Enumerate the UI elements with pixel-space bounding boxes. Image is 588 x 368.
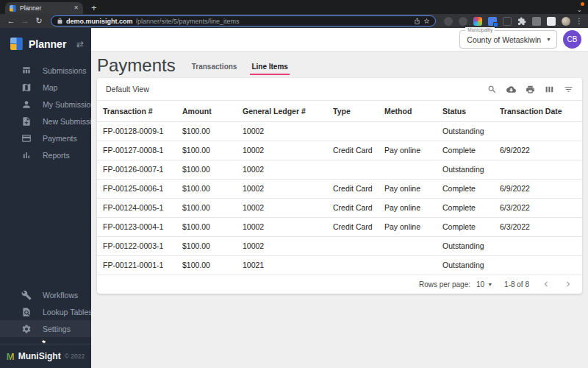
bookmark-star-icon[interactable] [423, 18, 430, 24]
submissions-icon [21, 66, 32, 76]
view-selector[interactable]: Default View [106, 85, 149, 93]
column-header-method[interactable]: Method [379, 101, 437, 121]
table-cell: FP-00123-0004-1 [97, 217, 176, 236]
table-cell [494, 236, 582, 255]
side-panel-icon[interactable] [547, 17, 556, 26]
table-cell: 6/3/2022 [494, 198, 582, 217]
cloud-download-icon[interactable] [506, 85, 516, 94]
table-cell: 10002 [237, 141, 327, 160]
reports-icon [21, 150, 32, 160]
sidebar-item-settings[interactable]: Settings [0, 320, 91, 337]
table-cell: $100.00 [176, 121, 237, 141]
extension-icon-colorwheel[interactable] [473, 17, 482, 26]
sidebar-item-submissions[interactable]: Submissions [0, 62, 91, 79]
table-row[interactable]: FP-00122-0003-1$100.0010002Outstanding [97, 236, 582, 255]
browser-profile-avatar[interactable] [562, 17, 570, 26]
person-icon [21, 99, 32, 110]
chevron-down-icon[interactable]: ⌄ [576, 6, 582, 13]
url-bar[interactable]: demo.munisight.com /planner/site/5/payme… [51, 15, 436, 26]
filter-icon[interactable] [564, 85, 573, 94]
favicon [10, 5, 16, 12]
table-cell [379, 121, 437, 141]
table-cell: Pay online [379, 217, 437, 236]
search-icon[interactable] [487, 85, 497, 94]
next-page-icon[interactable] [563, 279, 573, 289]
sidebar-nav: SubmissionsMapMy SubmissionsNew Submissi… [0, 62, 91, 163]
reload-icon[interactable]: ↻ [33, 17, 45, 25]
table-row[interactable]: FP-00125-0006-1$100.0010002Credit CardPa… [97, 179, 582, 198]
table-cell: 6/9/2022 [494, 179, 582, 198]
browser-menu-icon[interactable]: ⋮ [576, 17, 583, 25]
line-items-table: Transaction #AmountGeneral Ledger #TypeM… [97, 101, 582, 275]
sidebar-item-payments[interactable]: Payments [0, 130, 91, 146]
column-header-status[interactable]: Status [437, 101, 494, 121]
table-cell: 10002 [237, 160, 327, 179]
sidebar-item-label: Payments [43, 134, 77, 143]
sidebar-collapse-icon[interactable]: ⇄ [76, 39, 84, 49]
extension-icon-dim[interactable] [503, 17, 512, 26]
table-cell [494, 255, 582, 275]
table-row[interactable]: FP-00127-0008-1$100.0010002Credit CardPa… [97, 141, 582, 160]
extension-icon-1[interactable] [444, 17, 453, 26]
column-header-general-ledger[interactable]: General Ledger # [237, 101, 327, 121]
url-path: /planner/site/5/payments/line_items [136, 18, 411, 25]
user-avatar[interactable]: CB [563, 30, 581, 49]
extension-icon-3[interactable] [532, 17, 541, 26]
table-cell: Credit Card [327, 179, 379, 198]
sidebar-item-new-submission[interactable]: New Submission [0, 113, 91, 130]
table-cell: Outstanding [437, 255, 494, 275]
columns-icon[interactable] [545, 85, 554, 94]
sidebar-item-reports[interactable]: Reports [0, 146, 91, 163]
table-row[interactable]: FP-00123-0004-1$100.0010002Credit CardPa… [97, 217, 582, 236]
topbar: Municipality County of Wetaskiwin ▼ CB [91, 28, 588, 52]
column-header-transaction-date[interactable]: Transaction Date [494, 101, 582, 121]
share-icon[interactable] [414, 18, 420, 24]
sidebar-footer: M MuniSight © 2022 [0, 344, 91, 368]
munisight-logo: M [7, 351, 15, 362]
tab-line-items[interactable]: Line Items [250, 63, 289, 75]
extension-icon-badged[interactable] [488, 17, 497, 26]
sidebar-item-map[interactable]: Map [0, 79, 91, 96]
table-cell: Outstanding [437, 160, 494, 179]
print-icon[interactable] [526, 85, 535, 94]
sidebar-item-label: My Submissions [43, 100, 98, 109]
sidebar-item-label: Reports [43, 151, 70, 160]
table-row[interactable]: FP-00124-0005-1$100.0010002Credit CardPa… [97, 198, 582, 217]
table-row[interactable]: FP-00126-0007-1$100.0010002Outstanding [97, 160, 582, 179]
table-cell: Credit Card [327, 141, 379, 160]
table-cell: Credit Card [327, 217, 379, 236]
sidebar-item-my-submissions[interactable]: My Submissions [0, 96, 91, 113]
table-cell [379, 255, 437, 275]
browser-tab[interactable]: Planner ✕ [5, 2, 83, 14]
back-icon[interactable]: ← [5, 17, 17, 25]
municipality-label: Municipality [465, 27, 495, 32]
url-host: demo.munisight.com [66, 18, 133, 25]
column-header-transaction[interactable]: Transaction # [97, 101, 176, 121]
tab-transactions[interactable]: Transactions [190, 63, 239, 75]
tab-close-icon[interactable]: ✕ [74, 5, 79, 11]
copyright: © 2022 [65, 353, 85, 360]
tab-title: Planner [20, 4, 70, 12]
table-row[interactable]: FP-00121-0001-1$100.0010021Outstanding [97, 255, 582, 275]
column-header-type[interactable]: Type [327, 101, 379, 121]
table-cell [494, 121, 582, 141]
table-cell: Pay online [379, 179, 437, 198]
rows-per-page-select[interactable]: 10 ▼ [476, 280, 492, 289]
previous-page-icon[interactable] [541, 279, 551, 289]
new-tab-button[interactable]: + [91, 2, 97, 14]
sidebar: Planner ⇄ SubmissionsMapMy SubmissionsNe… [0, 28, 91, 368]
table-cell [327, 236, 379, 255]
forward-icon[interactable]: → [19, 17, 31, 25]
tabs: TransactionsLine Items [190, 63, 290, 75]
table-row[interactable]: FP-00128-0009-1$100.0010002Outstanding [97, 121, 582, 141]
table-cell [327, 121, 379, 141]
lock-icon [57, 18, 63, 24]
sidebar-item-workflows[interactable]: Workflows [0, 286, 91, 303]
column-header-amount[interactable]: Amount [176, 101, 237, 121]
sidebar-item-lookup-tables[interactable]: Lookup Tables [0, 303, 91, 320]
extension-icon-2[interactable] [459, 17, 467, 26]
extensions-puzzle-icon[interactable] [517, 17, 526, 26]
browser-tabstrip: Planner ✕ + ⌄ [0, 0, 588, 14]
municipality-select[interactable]: Municipality County of Wetaskiwin ▼ [459, 30, 557, 49]
page-title: Payments [97, 56, 176, 75]
